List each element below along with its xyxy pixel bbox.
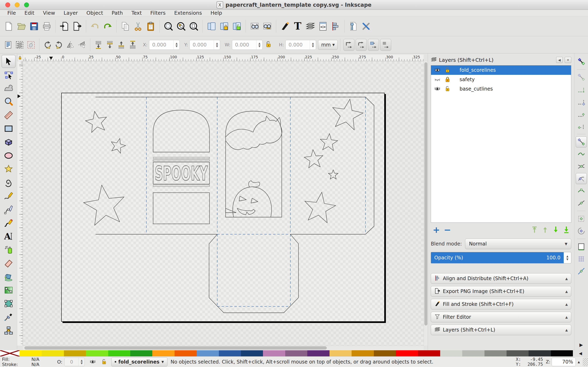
snap-paths-button[interactable]	[576, 149, 587, 160]
palette-swatch[interactable]	[108, 350, 130, 356]
palette-swatch[interactable]	[263, 350, 285, 356]
align-dialog-button[interactable]	[330, 20, 342, 33]
palette-swatch[interactable]	[152, 350, 174, 356]
x-field[interactable]: 0.000▲▼	[149, 40, 180, 50]
ungroup-button[interactable]	[231, 20, 243, 33]
palette-swatch[interactable]	[329, 350, 352, 356]
rotate-cw-button[interactable]	[54, 39, 64, 50]
palette-swatch[interactable]	[197, 350, 219, 356]
menu-extensions[interactable]: Extensions	[171, 9, 205, 16]
snap-object-centers-button[interactable]	[576, 213, 587, 224]
find-replace-button[interactable]	[261, 20, 273, 33]
snap-bbox-centers-button[interactable]	[576, 121, 587, 132]
snap-enable-button[interactable]	[576, 56, 587, 67]
menu-view[interactable]: View	[40, 9, 58, 16]
palette-swatch[interactable]	[241, 350, 263, 356]
lock-open-icon[interactable]	[443, 86, 452, 92]
h-spinner[interactable]: ▲▼	[310, 40, 316, 50]
xml-editor-button[interactable]: <>	[317, 20, 329, 33]
tool-eraser[interactable]	[2, 257, 16, 270]
tool-text[interactable]: A	[2, 230, 16, 243]
palette-swatch[interactable]	[64, 350, 86, 356]
menu-filters[interactable]: Filters	[147, 9, 169, 16]
select-all-button[interactable]	[3, 39, 13, 50]
tool-pencil[interactable]	[2, 189, 16, 202]
zoom-page-button[interactable]	[188, 20, 200, 33]
palette-swatch[interactable]	[462, 350, 484, 356]
snap-rotation-centers-button[interactable]	[576, 225, 587, 236]
stroke-value[interactable]: N/A	[31, 362, 46, 367]
lower-layer-to-bottom-button[interactable]	[563, 226, 570, 234]
zoom-stepper[interactable]: ▲	[576, 358, 582, 366]
ruler-origin-lock-icon[interactable]	[17, 55, 23, 61]
zoom-drawing-button[interactable]	[175, 20, 187, 33]
add-layer-button[interactable]: +	[431, 226, 442, 234]
tool-selector[interactable]	[2, 55, 16, 68]
eye-open-icon[interactable]	[433, 86, 442, 92]
palette-swatch[interactable]	[440, 350, 462, 356]
horizontal-scrollbar[interactable]	[23, 346, 424, 350]
tool-spiral[interactable]	[2, 176, 16, 189]
transform-stroke-toggle[interactable]	[343, 39, 355, 51]
menu-path[interactable]: Path	[108, 9, 126, 16]
transform-gradients-toggle[interactable]	[368, 39, 379, 51]
new-document-button[interactable]	[3, 20, 15, 33]
palette-swatch[interactable]	[307, 350, 329, 356]
layer-row-fold_scorelines[interactable]: fold_scorelines	[431, 66, 571, 75]
palette-swatch[interactable]	[396, 350, 418, 356]
palette-swatch[interactable]	[86, 350, 108, 356]
tool-rectangle[interactable]	[2, 122, 16, 135]
flip-horizontal-button[interactable]	[65, 39, 76, 50]
undo-button[interactable]	[89, 20, 101, 33]
h-field[interactable]: 0.000▲▼	[285, 40, 316, 50]
snap-path-intersections-button[interactable]	[576, 161, 587, 172]
snap-cusp-nodes-button[interactable]	[576, 173, 587, 184]
zoom-selection-button[interactable]	[163, 20, 174, 33]
palette-swatch[interactable]	[507, 350, 528, 356]
lock-ratio-icon[interactable]	[265, 41, 272, 49]
tool-spray[interactable]	[2, 243, 16, 256]
layers-dialog-button[interactable]	[304, 20, 316, 33]
menu-object[interactable]: Object	[83, 9, 106, 16]
lower-layer-button[interactable]	[552, 226, 559, 234]
export-document-button[interactable]	[71, 20, 83, 33]
palette-swatch-none[interactable]	[0, 350, 20, 356]
menu-layer[interactable]: Layer	[61, 9, 81, 16]
open-document-button[interactable]	[16, 20, 27, 33]
tool-star[interactable]	[2, 162, 16, 175]
dock-bar-export-document[interactable]: Export PNG Image (Shift+Ctrl+E)▲	[431, 286, 571, 297]
layer-row-safety[interactable]: safety	[431, 75, 571, 84]
dock-bar-align-dialog[interactable]: Align and Distribute (Shift+Ctrl+A)▲	[431, 273, 571, 284]
palette-swatch[interactable]	[352, 350, 374, 356]
transform-patterns-toggle[interactable]	[380, 39, 391, 51]
deselect-button[interactable]	[26, 39, 36, 50]
canvas-drawing[interactable]: SPOOKY	[23, 61, 424, 346]
palette-swatch[interactable]	[20, 350, 42, 356]
palette-swatch[interactable]	[374, 350, 396, 356]
lower-button[interactable]	[104, 39, 115, 50]
input-devices-button[interactable]	[360, 20, 372, 33]
flip-vertical-button[interactable]	[77, 39, 87, 50]
snap-nodes-button[interactable]	[576, 136, 587, 147]
rotate-ccw-button[interactable]	[42, 39, 53, 50]
w-field[interactable]: 0.000▲▼	[232, 40, 263, 50]
vertical-scrollbar-thumb[interactable]	[424, 62, 427, 325]
group-button[interactable]	[218, 20, 230, 33]
opacity-spinner[interactable]: ▲▼	[564, 252, 571, 263]
snap-page-border-button[interactable]	[576, 241, 587, 252]
snap-toolbar-expander-icon[interactable]: ▶	[579, 342, 583, 347]
canvas[interactable]: SPOOKY	[23, 61, 424, 346]
layer-row-base_cutlines[interactable]: base_cutlines	[431, 84, 571, 94]
palette-swatch[interactable]	[285, 350, 307, 356]
raise-to-top-button[interactable]	[127, 39, 138, 50]
layer-opacity-slider[interactable]: Opacity (%) 100.0 ▲▼	[431, 252, 571, 263]
x-spinner[interactable]: ▲▼	[173, 40, 180, 50]
eye-closed-icon[interactable]	[433, 77, 442, 82]
snap-grids-button[interactable]	[576, 253, 587, 264]
tool-paint-bucket[interactable]	[2, 270, 16, 283]
menu-edit[interactable]: Edit	[21, 9, 38, 16]
tool-tweak[interactable]	[2, 82, 16, 95]
resize-grip[interactable]	[583, 358, 588, 366]
menu-text[interactable]: Text	[128, 9, 145, 16]
raise-layer-button[interactable]	[541, 226, 549, 234]
